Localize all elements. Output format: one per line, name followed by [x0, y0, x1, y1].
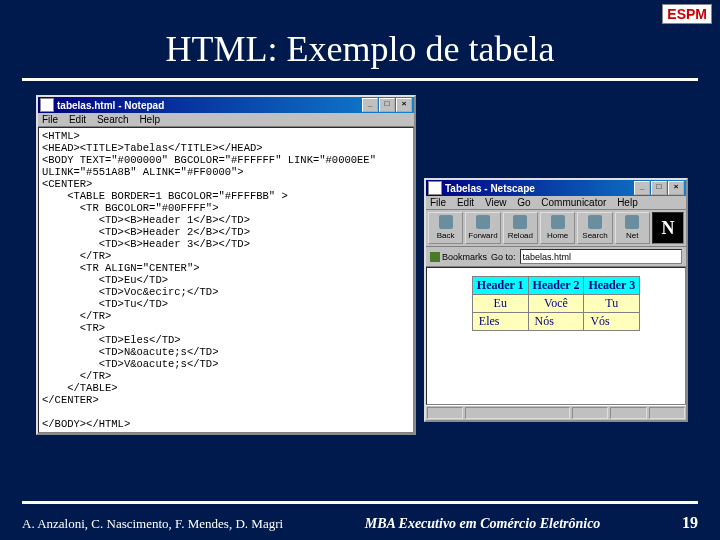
- menu-help[interactable]: Help: [139, 114, 160, 125]
- table-cell: Eu: [472, 295, 528, 313]
- slide-title: HTML: Exemplo de tabela: [0, 28, 720, 70]
- netscape-menubar: File Edit View Go Communicator Help: [426, 196, 686, 210]
- status-bar: [426, 405, 686, 420]
- netscape-button[interactable]: Net: [615, 212, 650, 244]
- netscape-titlebar[interactable]: Tabelas - Netscape _ □ ×: [426, 180, 686, 196]
- netscape-title-text: Tabelas - Netscape: [445, 183, 535, 194]
- menu-view[interactable]: View: [485, 197, 507, 208]
- maximize-button[interactable]: □: [379, 98, 395, 112]
- bookmarks-button[interactable]: Bookmarks: [430, 252, 487, 262]
- back-button[interactable]: Back: [428, 212, 463, 244]
- authors: A. Anzaloni, C. Nascimento, F. Mendes, D…: [22, 516, 283, 532]
- table-header: Header 1: [472, 277, 528, 295]
- table-row: Eles Nós Vós: [472, 313, 639, 331]
- netscape-window: Tabelas - Netscape _ □ × File Edit View …: [424, 178, 688, 422]
- course-name: MBA Executivo em Comércio Eletrônico: [365, 516, 601, 532]
- menu-help[interactable]: Help: [617, 197, 638, 208]
- slide-footer: A. Anzaloni, C. Nascimento, F. Mendes, D…: [22, 514, 698, 532]
- goto-label: Go to:: [491, 252, 516, 262]
- brand-logo: ESPM: [662, 4, 712, 24]
- bookmarks-label: Bookmarks: [442, 252, 487, 262]
- rendered-table: Header 1 Header 2 Header 3 Eu Você Tu El…: [472, 276, 640, 331]
- menu-search[interactable]: Search: [97, 114, 129, 125]
- menu-go[interactable]: Go: [517, 197, 530, 208]
- menu-communicator[interactable]: Communicator: [541, 197, 606, 208]
- notepad-title-text: tabelas.html - Notepad: [57, 100, 164, 111]
- menu-file[interactable]: File: [42, 114, 58, 125]
- netscape-logo-icon: N: [652, 212, 684, 244]
- minimize-button[interactable]: _: [634, 181, 650, 195]
- table-cell: Nós: [528, 313, 584, 331]
- location-input[interactable]: [520, 249, 682, 264]
- forward-button[interactable]: Forward: [465, 212, 500, 244]
- location-bar: Bookmarks Go to:: [426, 247, 686, 267]
- menu-file[interactable]: File: [430, 197, 446, 208]
- menu-edit[interactable]: Edit: [69, 114, 86, 125]
- maximize-button[interactable]: □: [651, 181, 667, 195]
- menu-edit[interactable]: Edit: [457, 197, 474, 208]
- table-header: Header 3: [584, 277, 640, 295]
- reload-button[interactable]: Reload: [503, 212, 538, 244]
- divider-bottom: [22, 501, 698, 504]
- notepad-text-area[interactable]: <HTML> <HEAD><TITLE>Tabelas</TITLE></HEA…: [38, 127, 414, 433]
- table-cell: Vós: [584, 313, 640, 331]
- netscape-icon: [428, 181, 442, 195]
- table-header: Header 2: [528, 277, 584, 295]
- close-button[interactable]: ×: [668, 181, 684, 195]
- minimize-button[interactable]: _: [362, 98, 378, 112]
- table-header-row: Header 1 Header 2 Header 3: [472, 277, 639, 295]
- table-cell: Tu: [584, 295, 640, 313]
- notepad-menubar: File Edit Search Help: [38, 113, 414, 127]
- table-row: Eu Você Tu: [472, 295, 639, 313]
- search-button[interactable]: Search: [577, 212, 612, 244]
- notepad-titlebar[interactable]: tabelas.html - Notepad _ □ ×: [38, 97, 414, 113]
- page-number: 19: [682, 514, 698, 532]
- notepad-window: tabelas.html - Notepad _ □ × File Edit S…: [36, 95, 416, 435]
- divider-top: [22, 78, 698, 81]
- table-cell: Você: [528, 295, 584, 313]
- table-cell: Eles: [472, 313, 528, 331]
- browser-viewport: Header 1 Header 2 Header 3 Eu Você Tu El…: [426, 267, 686, 405]
- netscape-toolbar: Back Forward Reload Home Search Net N: [426, 210, 686, 247]
- bookmark-icon: [430, 252, 440, 262]
- home-button[interactable]: Home: [540, 212, 575, 244]
- close-button[interactable]: ×: [396, 98, 412, 112]
- notepad-icon: [40, 98, 54, 112]
